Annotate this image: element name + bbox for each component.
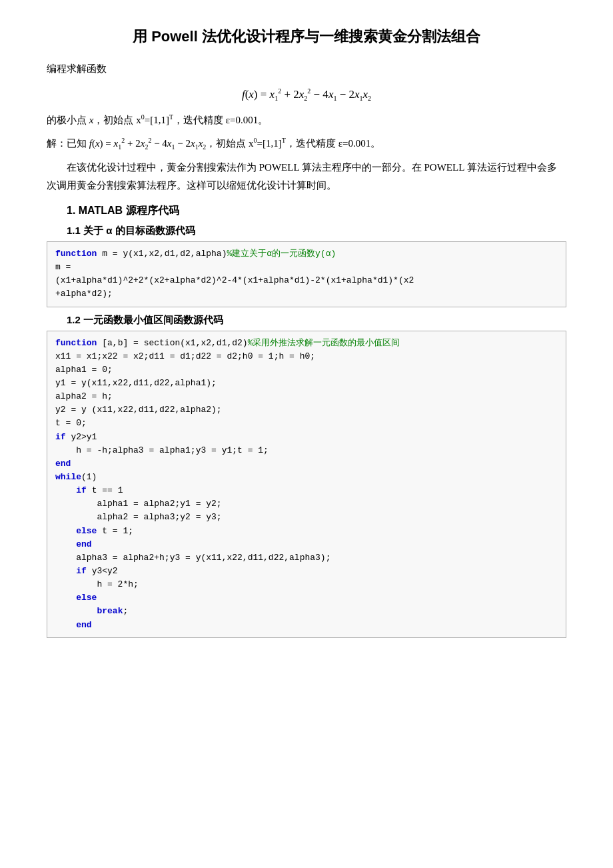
subsection1-2-title: 1.2 一元函数最小值区间函数源代码 <box>67 314 566 327</box>
section1-title: 1. MATLAB 源程序代码 <box>67 204 566 218</box>
subsection1-1-title: 1.1 关于 α 的目标函数源代码 <box>67 225 566 237</box>
code-block-2: function [a,b] = section(x1,x2,d1,d2)%采用… <box>47 331 566 638</box>
formula-display: f(x) = x12 + 2x22 − 4x1 − 2x1x2 <box>47 87 566 102</box>
intro-line1: 编程求解函数 <box>47 60 566 78</box>
page-title: 用 Powell 法优化设计程序与一维搜索黄金分割法组合 <box>47 27 566 47</box>
desc-para: 在该优化设计过程中，黄金分割搜索法作为 POWELL 算法主程序中的一部分。在 … <box>47 159 566 195</box>
solution-line: 解：已知 f(x) = x12 + 2x22 − 4x1 − 2x1x2，初始点… <box>47 135 566 153</box>
intro-line2: 的极小点 x，初始点 x0=[1,1]T，迭代精度 ε=0.001。 <box>47 111 566 129</box>
code-block-1: function m = y(x1,x2,d1,d2,alpha)%建立关于α的… <box>47 241 566 307</box>
